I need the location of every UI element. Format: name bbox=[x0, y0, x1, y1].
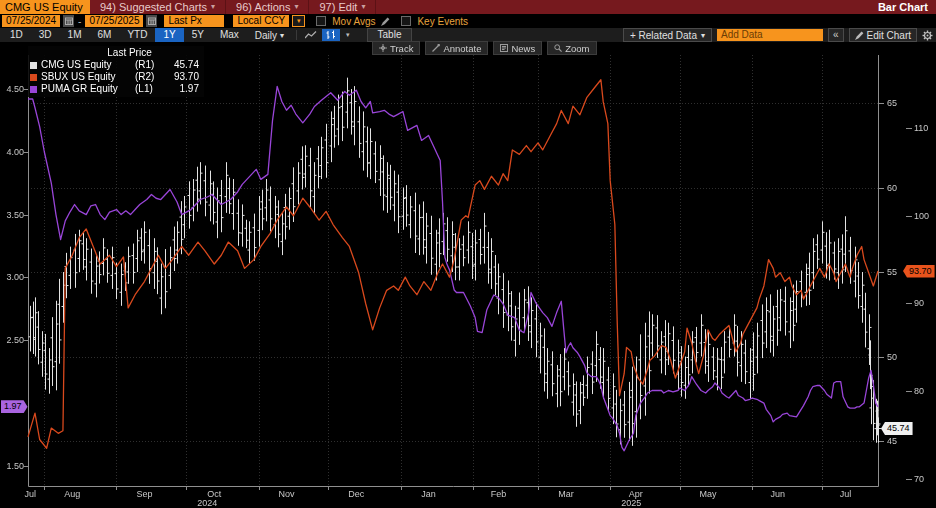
legend[interactable]: Last Price CMG US Equity (R1) 45.74 SBUX… bbox=[28, 46, 204, 97]
chart-area: Track Annotate News Zoom Last Price CMG … bbox=[0, 42, 936, 508]
series-axis: (R2) bbox=[135, 71, 161, 83]
cmg-swatch-icon bbox=[30, 62, 37, 69]
sbux-swatch-icon bbox=[30, 74, 37, 81]
track-crosshair-icon bbox=[379, 44, 387, 52]
legend-row-sbux: SBUX US Equity (R2) 93.70 bbox=[30, 71, 199, 83]
series-name: SBUX US Equity bbox=[41, 71, 135, 83]
series-name: CMG US Equity bbox=[41, 59, 135, 71]
track-button[interactable]: Track bbox=[372, 41, 420, 55]
annotate-pencil-icon bbox=[432, 44, 440, 52]
legend-row-puma: PUMA GR Equity (L1) 1.97 bbox=[30, 83, 199, 95]
series-name: PUMA GR Equity bbox=[41, 83, 135, 95]
annotate-button[interactable]: Annotate bbox=[425, 41, 488, 55]
puma-swatch-icon bbox=[30, 86, 37, 93]
series-axis: (R1) bbox=[135, 59, 161, 71]
track-label: Track bbox=[390, 43, 413, 54]
news-icon bbox=[500, 44, 508, 52]
chart-tools: Track Annotate News Zoom bbox=[372, 41, 597, 55]
legend-header: Last Price bbox=[30, 47, 199, 59]
bloomberg-chart-window: CMG US Equity 94) Suggested Charts ▾ 96)… bbox=[0, 0, 936, 508]
news-button[interactable]: News bbox=[493, 41, 542, 55]
series-value: 45.74 bbox=[161, 59, 199, 71]
series-axis: (L1) bbox=[135, 83, 161, 95]
news-label: News bbox=[511, 43, 535, 54]
annotate-label: Annotate bbox=[443, 43, 481, 54]
magnifier-icon bbox=[554, 44, 562, 52]
zoom-button[interactable]: Zoom bbox=[547, 41, 596, 55]
series-value: 1.97 bbox=[161, 83, 199, 95]
series-value: 93.70 bbox=[161, 71, 199, 83]
legend-row-cmg: CMG US Equity (R1) 45.74 bbox=[30, 59, 199, 71]
zoom-label: Zoom bbox=[565, 43, 589, 54]
